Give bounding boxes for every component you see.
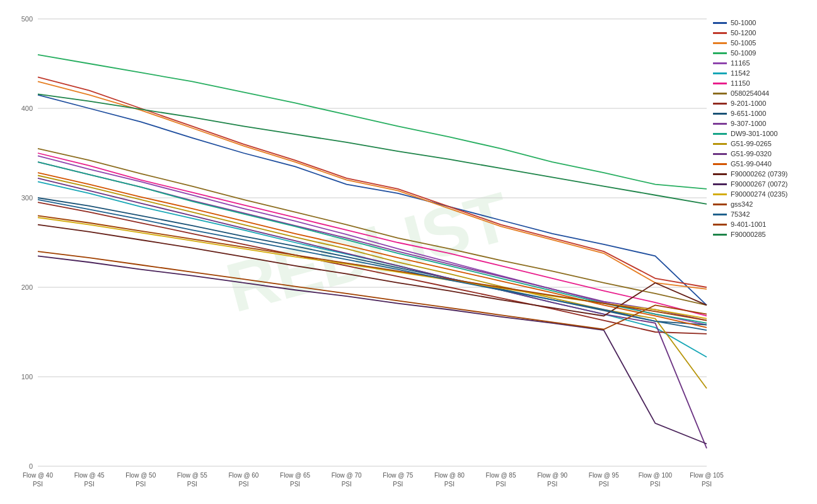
legend-color — [713, 163, 727, 165]
legend-label: 11150 — [731, 79, 750, 87]
svg-text:PSI: PSI — [702, 481, 712, 488]
legend-item: F90000285 — [713, 231, 811, 238]
chart-svg: 0100200300400500Flow @ 40PSIFlow @ 45PSI… — [0, 0, 817, 504]
legend-color — [713, 133, 727, 135]
legend-label: 11542 — [731, 69, 750, 77]
legend-label: gss342 — [731, 200, 753, 208]
legend-color — [713, 83, 727, 84]
svg-text:PSI: PSI — [136, 481, 146, 488]
legend-label: 9-401-1001 — [731, 220, 766, 228]
legend-color — [713, 32, 727, 34]
svg-text:Flow @ 95: Flow @ 95 — [589, 472, 619, 479]
svg-text:Flow @ 75: Flow @ 75 — [383, 472, 413, 479]
svg-text:PSI: PSI — [84, 481, 95, 488]
legend-color — [713, 193, 727, 195]
svg-text:Flow @ 100: Flow @ 100 — [639, 472, 673, 479]
legend-item: 0580254044 — [713, 89, 811, 97]
legend-item: 50-1005 — [713, 39, 811, 47]
svg-text:0: 0 — [29, 462, 33, 470]
svg-text:Flow @ 50: Flow @ 50 — [125, 472, 156, 479]
legend-color — [713, 153, 727, 155]
legend-color — [713, 123, 727, 125]
legend-label: 50-1005 — [731, 39, 756, 47]
legend-color — [713, 72, 727, 74]
legend-label: 11165 — [731, 59, 750, 67]
svg-text:PSI: PSI — [650, 481, 660, 488]
legend-color — [713, 42, 727, 44]
svg-text:PSI: PSI — [342, 481, 352, 488]
legend-item: G51-99-0320 — [713, 150, 811, 158]
legend-color — [713, 22, 727, 24]
legend-color — [713, 203, 727, 205]
svg-text:PSI: PSI — [495, 481, 506, 488]
svg-text:PSI: PSI — [238, 481, 248, 488]
legend-item: F90000274 (0235) — [713, 190, 811, 198]
svg-text:Flow @ 40: Flow @ 40 — [23, 472, 53, 479]
legend-color — [713, 62, 727, 64]
svg-text:Flow @ 70: Flow @ 70 — [332, 472, 362, 479]
chart-container: REDLIST 0100200300400500Flow @ 40PSIFlow… — [0, 0, 817, 504]
legend-item: 50-1200 — [713, 29, 811, 37]
svg-text:PSI: PSI — [599, 481, 609, 488]
svg-text:300: 300 — [21, 194, 33, 202]
svg-text:Flow @ 45: Flow @ 45 — [74, 472, 105, 479]
legend-label: 50-1000 — [731, 19, 756, 26]
svg-text:PSI: PSI — [33, 481, 43, 488]
legend-item: gss342 — [713, 200, 811, 208]
legend-label: F90000285 — [731, 231, 766, 238]
svg-text:100: 100 — [21, 373, 33, 381]
legend-item: 11150 — [713, 79, 811, 87]
legend-label: F90000267 (0072) — [731, 180, 788, 188]
legend-label: 50-1200 — [731, 29, 756, 37]
svg-text:Flow @ 80: Flow @ 80 — [434, 472, 465, 479]
legend-color — [713, 93, 727, 94]
legend-label: 9-307-1000 — [731, 120, 766, 127]
legend-item: 9-651-1000 — [713, 110, 811, 117]
legend-item: 11542 — [713, 69, 811, 77]
svg-text:Flow @ 60: Flow @ 60 — [228, 472, 258, 479]
legend-label: 9-201-1000 — [731, 100, 766, 107]
svg-text:Flow @ 105: Flow @ 105 — [690, 472, 724, 479]
legend-item: G51-99-0440 — [713, 160, 811, 168]
legend-item: 50-1000 — [713, 19, 811, 26]
svg-text:Flow @ 85: Flow @ 85 — [486, 472, 516, 479]
legend-item: 9-401-1001 — [713, 220, 811, 228]
legend-label: 75342 — [731, 210, 750, 218]
legend-label: G51-99-0320 — [731, 150, 772, 158]
legend-label: F90000274 (0235) — [731, 190, 788, 198]
svg-text:Flow @ 55: Flow @ 55 — [177, 472, 207, 479]
legend-color — [713, 214, 727, 215]
svg-text:PSI: PSI — [393, 481, 403, 488]
legend-label: G51-99-0440 — [731, 160, 772, 168]
legend-item: DW9-301-1000 — [713, 130, 811, 137]
legend-color — [713, 103, 727, 105]
legend-label: 9-651-1000 — [731, 110, 766, 117]
legend-item: 50-1009 — [713, 49, 811, 57]
legend-color — [713, 234, 727, 236]
legend-color — [713, 224, 727, 226]
legend-label: 0580254044 — [731, 89, 769, 97]
legend-item: 9-201-1000 — [713, 100, 811, 107]
legend-item: 9-307-1000 — [713, 120, 811, 127]
legend-color — [713, 52, 727, 54]
legend-label: 50-1009 — [731, 49, 756, 57]
legend-item: F90000262 (0739) — [713, 170, 811, 178]
legend-label: F90000262 (0739) — [731, 170, 788, 178]
legend-color — [713, 143, 727, 145]
svg-text:Flow @ 65: Flow @ 65 — [280, 472, 310, 479]
svg-text:200: 200 — [21, 284, 33, 291]
svg-text:PSI: PSI — [547, 481, 557, 488]
legend-item: 11165 — [713, 59, 811, 67]
legend-item: F90000267 (0072) — [713, 180, 811, 188]
legend-label: G51-99-0265 — [731, 140, 772, 147]
svg-text:PSI: PSI — [187, 481, 197, 488]
legend-color — [713, 183, 727, 185]
svg-text:400: 400 — [21, 105, 33, 112]
svg-text:PSI: PSI — [444, 481, 455, 488]
legend-item: G51-99-0265 — [713, 140, 811, 147]
legend-color — [713, 113, 727, 115]
legend-color — [713, 173, 727, 175]
svg-text:PSI: PSI — [290, 481, 300, 488]
legend-item: 75342 — [713, 210, 811, 218]
svg-text:500: 500 — [21, 15, 33, 23]
